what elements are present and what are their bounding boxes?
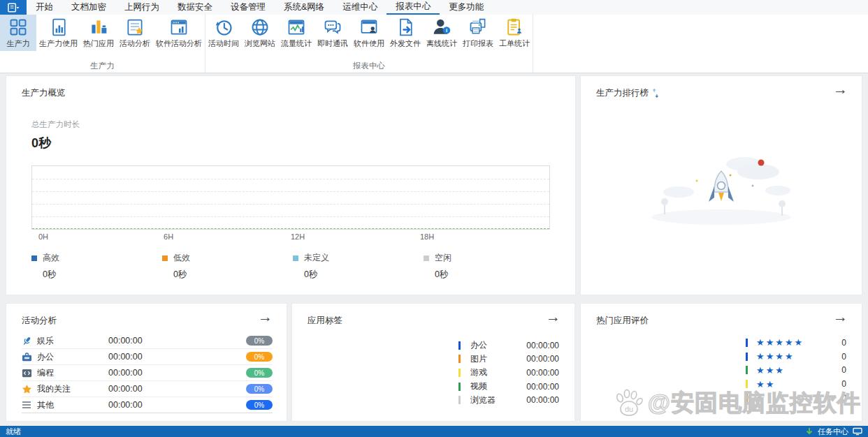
x-tick: 12H bbox=[291, 232, 305, 241]
menu-bar: 开始 文档加密 上网行为 数据安全 设备管理 系统&网络 运维中心 报表中心 更… bbox=[0, 0, 868, 15]
panel-title: 热门应用评价 bbox=[596, 315, 649, 327]
open-app-tags-arrow[interactable]: → bbox=[546, 309, 560, 324]
chart-legend: 高效 0秒 低效 0秒 未定义 0秒 空闲 0秒 bbox=[31, 252, 554, 281]
ribbon-group-productivity: 生产力 生产力使用 热门应用 活动分析 软件活动分析 生产力 bbox=[0, 15, 205, 73]
activity-row[interactable]: 编程 00:00:00 0% bbox=[22, 365, 273, 381]
app-tag-row[interactable]: 视频 00:00:00 bbox=[458, 380, 559, 394]
x-axis-line bbox=[32, 228, 549, 229]
tag-label: 办公 bbox=[470, 339, 526, 351]
rating-row[interactable]: ★★★ 0 bbox=[746, 364, 846, 378]
tag-label: 图片 bbox=[470, 353, 526, 365]
ribbon-item-workorder-stats[interactable]: 工单统计 bbox=[496, 15, 533, 51]
activity-row[interactable]: 娱乐 00:00:00 0% bbox=[22, 333, 273, 349]
ribbon-item-label: 离线统计 bbox=[426, 38, 457, 49]
tab-start[interactable]: 开始 bbox=[27, 0, 62, 15]
app-tag-row[interactable]: 办公 00:00:00 bbox=[458, 339, 559, 353]
open-activity-arrow[interactable]: → bbox=[258, 309, 273, 324]
tab-internet-behavior[interactable]: 上网行为 bbox=[115, 0, 168, 15]
legend-label: 高效 bbox=[43, 252, 59, 264]
star-rating: ★★ bbox=[756, 380, 841, 389]
ribbon-item-activity-analysis[interactable]: 活动分析 bbox=[117, 15, 153, 51]
tab-report-center[interactable]: 报表中心 bbox=[386, 0, 440, 15]
ribbon-item-hot-apps[interactable]: 热门应用 bbox=[80, 15, 117, 51]
tab-more-features[interactable]: 更多功能 bbox=[440, 0, 493, 15]
legend-value: 0秒 bbox=[435, 269, 554, 281]
hot-app-ratings-panel: 热门应用评价 → ★★★★★ 0 ★★★★ 0 ★★★ 0 ★★ 0 ★ 0 bbox=[580, 303, 862, 422]
doc-chart-icon bbox=[49, 17, 68, 37]
ribbon-item-label: 生产力使用 bbox=[39, 38, 78, 49]
rating-row[interactable]: ★★ 0 bbox=[746, 377, 846, 391]
activity-label: 编程 bbox=[37, 367, 108, 379]
activity-row[interactable]: 其他 00:00:00 0% bbox=[22, 397, 273, 413]
panel-title: 生产力排行榜 bbox=[596, 87, 649, 99]
app-tags-panel: 应用标签 → 办公 00:00:00 图片 00:00:00 游戏 00:00:… bbox=[291, 303, 575, 422]
total-productivity-stat: 总生产力时长 0秒 bbox=[31, 119, 80, 151]
star-rating: ★ bbox=[756, 394, 841, 403]
tag-time: 00:00:00 bbox=[526, 354, 559, 364]
open-ranking-arrow[interactable]: → bbox=[833, 82, 848, 96]
legend-label: 未定义 bbox=[304, 252, 329, 264]
ribbon-item-label: 活动分析 bbox=[120, 38, 150, 49]
legend-item: 低效 0秒 bbox=[162, 252, 293, 281]
open-ratings-arrow[interactable]: → bbox=[833, 309, 848, 324]
percent-badge: 0% bbox=[246, 384, 273, 394]
star-rating: ★★★★★ bbox=[756, 338, 841, 347]
rating-row[interactable]: ★ 0 bbox=[746, 391, 846, 405]
ribbon-item-label: 工单统计 bbox=[499, 38, 530, 49]
tab-data-security[interactable]: 数据安全 bbox=[168, 0, 222, 15]
tag-color-bar bbox=[458, 383, 461, 391]
activity-time: 00:00:00 bbox=[108, 368, 245, 378]
legend-swatch bbox=[31, 255, 37, 261]
status-ready-text: 就绪 bbox=[0, 427, 805, 437]
ribbon-item-traffic-stats[interactable]: 流量统计 bbox=[278, 15, 314, 51]
legend-item: 高效 0秒 bbox=[31, 252, 162, 281]
ribbon-item-browse-websites[interactable]: 浏览网站 bbox=[242, 15, 278, 51]
app-usage-icon bbox=[359, 17, 379, 37]
ribbon-item-label: 外发文件 bbox=[390, 38, 421, 49]
ribbon-group-report-center: 活动时间 浏览网站 流量统计 即时通讯 软件使用 外发文件 bbox=[205, 15, 533, 73]
activity-row[interactable]: 我的关注 00:00:00 0% bbox=[22, 381, 273, 397]
productivity-overview-panel: 生产力概览 总生产力时长 0秒 0H 6H 12H 18H 高效 0秒 低效 0… bbox=[6, 75, 576, 295]
sort-icon[interactable] bbox=[652, 89, 659, 98]
legend-swatch bbox=[424, 255, 429, 261]
productivity-timeline-chart bbox=[31, 165, 550, 230]
ribbon-item-outgoing-files[interactable]: 外发文件 bbox=[387, 15, 424, 51]
tab-system-network[interactable]: 系统&网络 bbox=[275, 0, 333, 15]
ribbon-item-offline-stats[interactable]: i 离线统计 bbox=[424, 15, 460, 51]
grid-icon bbox=[8, 17, 28, 37]
monitor-icon[interactable] bbox=[853, 427, 862, 436]
activity-label: 办公 bbox=[37, 351, 108, 363]
ribbon-item-activity-time[interactable]: 活动时间 bbox=[205, 15, 242, 51]
rating-row[interactable]: ★★★★★ 0 bbox=[746, 336, 846, 350]
app-tags-list: 办公 00:00:00 图片 00:00:00 游戏 00:00:00 视频 0… bbox=[458, 339, 559, 407]
ribbon-item-software-activity[interactable]: 软件活动分析 bbox=[153, 15, 205, 51]
status-bar: 就绪 任务中心 bbox=[0, 426, 868, 437]
ribbon-item-productivity[interactable]: 生产力 bbox=[0, 15, 36, 51]
tag-time: 00:00:00 bbox=[526, 341, 559, 350]
ribbon-item-software-usage[interactable]: 软件使用 bbox=[351, 15, 387, 51]
tab-device-management[interactable]: 设备管理 bbox=[222, 0, 275, 15]
task-center-button[interactable]: 任务中心 bbox=[805, 427, 868, 437]
tag-color-bar bbox=[458, 341, 461, 350]
rating-count: 0 bbox=[841, 393, 846, 403]
ribbon-item-productivity-usage[interactable]: 生产力使用 bbox=[36, 15, 80, 51]
tab-doc-encryption[interactable]: 文档加密 bbox=[62, 0, 115, 15]
legend-value: 0秒 bbox=[304, 269, 424, 281]
legend-value: 0秒 bbox=[173, 269, 293, 281]
ribbon: 生产力 生产力使用 热门应用 活动分析 软件活动分析 生产力 bbox=[0, 15, 868, 73]
app-menu-button[interactable] bbox=[0, 0, 27, 15]
ribbon-item-print-report[interactable]: 打印报表 bbox=[460, 15, 496, 51]
app-tag-row[interactable]: 图片 00:00:00 bbox=[458, 353, 559, 366]
rating-row[interactable]: ★★★★ 0 bbox=[746, 350, 846, 364]
panel-title: 生产力概览 bbox=[22, 87, 66, 99]
legend-label: 低效 bbox=[173, 252, 190, 264]
svg-text:i: i bbox=[446, 27, 447, 34]
tag-time: 00:00:00 bbox=[526, 395, 559, 405]
app-tag-row[interactable]: 游戏 00:00:00 bbox=[458, 366, 559, 380]
rating-count: 0 bbox=[841, 365, 846, 375]
microphone-icon bbox=[22, 336, 32, 346]
activity-row[interactable]: 办公 00:00:00 0% bbox=[22, 349, 273, 365]
ribbon-item-instant-messaging[interactable]: 即时通讯 bbox=[314, 15, 351, 51]
app-tag-row[interactable]: 浏览器 00:00:00 bbox=[458, 393, 559, 407]
tab-ops-center[interactable]: 运维中心 bbox=[333, 0, 386, 15]
